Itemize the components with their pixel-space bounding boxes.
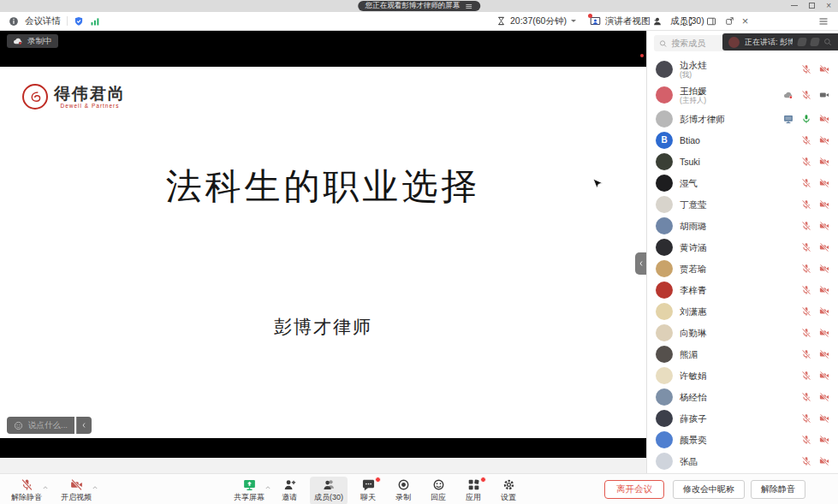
member-avatar: [656, 346, 673, 363]
settings-button[interactable]: 设置: [494, 477, 523, 504]
member-row[interactable]: 张晶: [647, 450, 838, 471]
member-row[interactable]: 熊湄: [647, 343, 838, 365]
members-icon: [323, 477, 336, 491]
record-button[interactable]: 录制: [389, 477, 418, 504]
quick-chat-input[interactable]: 说点什么...: [7, 417, 74, 434]
member-row[interactable]: 边永烓(我): [647, 56, 838, 82]
panel-unmute-button[interactable]: 解除静音: [751, 480, 805, 499]
member-row[interactable]: 杨经怡: [647, 386, 838, 407]
search-plus-icon: [823, 38, 832, 46]
member-name: 张晶: [680, 456, 698, 466]
member-avatar: [656, 303, 673, 320]
panel-collapse-tab[interactable]: [635, 252, 646, 275]
chat-button[interactable]: 聊天: [354, 477, 383, 504]
close-window-icon[interactable]: ×: [826, 2, 831, 9]
member-row[interactable]: 胡雨璐: [647, 215, 838, 236]
chevron-up-icon[interactable]: [92, 479, 98, 495]
banner-menu-icon[interactable]: [465, 3, 472, 10]
member-list[interactable]: 边永烓(我)王拍媛(主持人)彭博才律师BBtiaoTsuki湿气丁意莹胡雨璐黄诗…: [647, 56, 838, 473]
member-row[interactable]: BBtiao: [647, 129, 838, 151]
maximize-icon[interactable]: [809, 3, 815, 9]
search-icon: [659, 39, 667, 48]
member-avatar: [656, 324, 673, 341]
member-row[interactable]: 颜景奕: [647, 429, 838, 450]
cam-off-icon: [819, 114, 829, 124]
chevron-up-icon[interactable]: [264, 479, 271, 495]
member-row[interactable]: 丁意莹: [647, 193, 838, 215]
member-row[interactable]: 李梓青: [647, 279, 838, 300]
member-name: 李梓青: [680, 285, 707, 295]
member-name: 边永烓: [680, 60, 707, 70]
popout-panel-icon[interactable]: [725, 16, 734, 26]
member-row[interactable]: Tsuki: [647, 151, 838, 172]
member-avatar: [656, 410, 673, 427]
cam-off-icon: [819, 328, 829, 338]
members-icon: [652, 16, 663, 27]
cloud-record-icon: [783, 90, 793, 100]
shared-screen-area: 录制中 得伟君尚 Dewell & Partners 法科生的职业选择 彭博才律…: [0, 31, 646, 458]
mic-off-icon: [801, 221, 811, 231]
member-status-icons: [801, 157, 829, 167]
member-row[interactable]: 许敏娟: [647, 365, 838, 386]
security-shield-icon[interactable]: [74, 16, 84, 27]
meeting-details-link[interactable]: 会议详情: [25, 15, 61, 27]
member-row[interactable]: 黄诗涵: [647, 236, 838, 258]
member-name: 彭博才律师: [680, 114, 725, 124]
member-row[interactable]: 刘潇惠: [647, 300, 838, 322]
cam-off-icon: [819, 306, 829, 317]
apps-button[interactable]: 应用: [459, 477, 488, 504]
chevron-up-icon[interactable]: [42, 479, 49, 495]
member-row[interactable]: 贾若瑜: [647, 258, 838, 279]
settings-icon: [502, 477, 515, 491]
network-signal-icon[interactable]: [90, 16, 100, 27]
cam-off-icon: [819, 371, 829, 381]
member-status-icons: [801, 413, 829, 424]
mic-off-icon: [801, 157, 811, 167]
firm-logo-icon: [22, 84, 48, 110]
chat-collapse-button[interactable]: [76, 417, 92, 434]
member-row[interactable]: 彭博才律师: [647, 108, 838, 129]
emoji-icon[interactable]: [14, 421, 23, 430]
minimize-icon[interactable]: [791, 5, 798, 7]
member-avatar: [656, 453, 673, 470]
speaker-avatar: [728, 37, 740, 48]
member-row[interactable]: 向勤琳: [647, 322, 838, 343]
member-status-icons: [801, 435, 829, 445]
view-mode-selector[interactable]: 演讲者视图: [605, 15, 651, 27]
member-name: 向勤琳: [680, 328, 707, 338]
invite-button[interactable]: 邀请: [275, 477, 304, 504]
mic-off-icon: [801, 413, 811, 424]
member-avatar: [656, 61, 673, 78]
meeting-timer[interactable]: 20:37(60分钟): [510, 15, 567, 27]
rename-button[interactable]: 修改会中昵称: [673, 480, 745, 499]
info-icon[interactable]: [9, 16, 19, 27]
cam-off-icon: [819, 413, 829, 424]
view-mode-icon-wrap: [590, 15, 601, 27]
unmute-button[interactable]: 解除静音: [7, 477, 46, 504]
members-button[interactable]: 成员(30): [310, 477, 348, 504]
member-row[interactable]: 王拍媛(主持人): [647, 82, 838, 108]
quick-chat-placeholder: 说点什么...: [28, 420, 68, 431]
invite-icon: [283, 477, 296, 491]
timer-caret-icon[interactable]: [571, 20, 576, 25]
window-titlebar: 您正在观看彭博才律师的屏幕 ×: [0, 0, 838, 12]
member-row[interactable]: 薛孩子: [647, 407, 838, 429]
cam-off-icon: [819, 285, 829, 295]
close-panel-icon[interactable]: ×: [742, 17, 749, 26]
leave-meeting-button[interactable]: 离开会议: [604, 480, 664, 499]
share-screen-button[interactable]: 共享屏幕: [229, 477, 269, 504]
member-role-label: (我): [680, 70, 707, 79]
reaction-button[interactable]: 回应: [424, 477, 453, 504]
chevron-left-icon: [80, 422, 87, 429]
cam-off-icon: [819, 242, 829, 252]
start-video-button[interactable]: 开启视频: [56, 477, 96, 504]
chevron-left-icon: [638, 259, 645, 268]
member-status-icons: [801, 328, 829, 338]
mic-off-icon: [801, 392, 811, 402]
hamburger-menu-icon[interactable]: [818, 16, 829, 27]
apps-icon: [467, 477, 480, 491]
cam-off-icon: [819, 64, 829, 74]
mouse-cursor: [592, 178, 603, 192]
cam-off-icon: [819, 349, 829, 359]
member-row[interactable]: 湿气: [647, 172, 838, 193]
